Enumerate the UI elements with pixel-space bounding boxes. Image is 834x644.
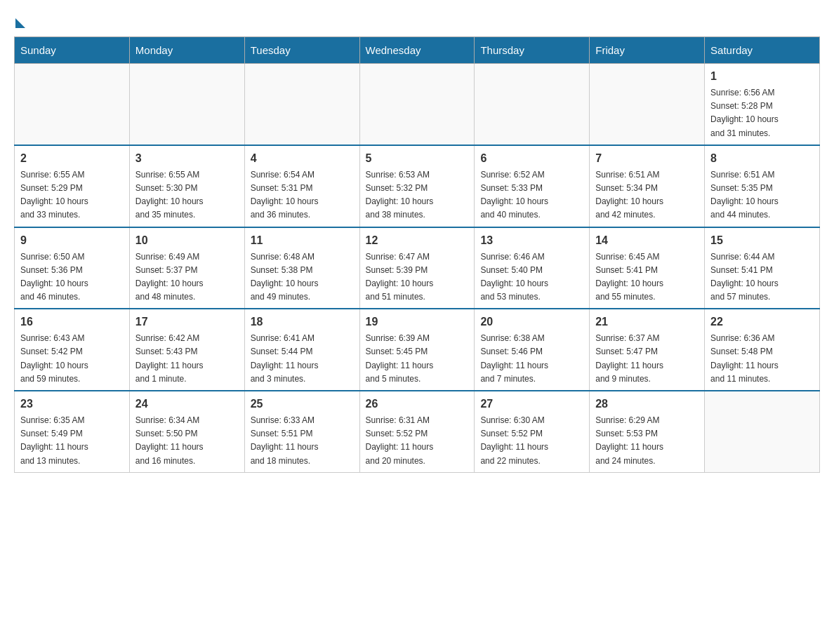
calendar-day-cell: 2Sunrise: 6:55 AM Sunset: 5:29 PM Daylig… [15,145,130,227]
calendar-day-cell: 20Sunrise: 6:38 AM Sunset: 5:46 PM Dayli… [475,309,590,391]
day-number: 23 [20,396,124,412]
day-number: 3 [135,150,239,167]
day-info: Sunrise: 6:29 AM Sunset: 5:53 PM Dayligh… [595,414,699,468]
calendar-day-cell: 21Sunrise: 6:37 AM Sunset: 5:47 PM Dayli… [590,309,705,391]
calendar-day-cell [244,64,359,145]
calendar-day-cell [705,391,820,472]
weekday-header-sunday: Sunday [15,37,130,64]
day-info: Sunrise: 6:35 AM Sunset: 5:49 PM Dayligh… [20,414,124,468]
day-info: Sunrise: 6:56 AM Sunset: 5:28 PM Dayligh… [710,86,814,140]
day-info: Sunrise: 6:41 AM Sunset: 5:44 PM Dayligh… [251,332,354,386]
logo [14,14,25,25]
day-number: 5 [366,150,469,167]
calendar-day-cell [590,64,705,145]
weekday-header-wednesday: Wednesday [359,37,475,64]
day-number: 10 [135,232,239,249]
weekday-header-monday: Monday [129,37,244,64]
day-number: 19 [366,314,469,330]
day-info: Sunrise: 6:51 AM Sunset: 5:34 PM Dayligh… [595,168,699,222]
day-info: Sunrise: 6:53 AM Sunset: 5:32 PM Dayligh… [366,168,469,222]
day-info: Sunrise: 6:38 AM Sunset: 5:46 PM Dayligh… [480,332,583,386]
day-info: Sunrise: 6:36 AM Sunset: 5:48 PM Dayligh… [710,332,814,386]
calendar-day-cell: 25Sunrise: 6:33 AM Sunset: 5:51 PM Dayli… [244,391,359,472]
day-info: Sunrise: 6:39 AM Sunset: 5:45 PM Dayligh… [366,332,469,386]
calendar-day-cell: 19Sunrise: 6:39 AM Sunset: 5:45 PM Dayli… [359,309,475,391]
day-number: 1 [710,68,814,85]
calendar-day-cell: 11Sunrise: 6:48 AM Sunset: 5:38 PM Dayli… [244,227,359,309]
day-info: Sunrise: 6:42 AM Sunset: 5:43 PM Dayligh… [135,332,239,386]
calendar-day-cell: 13Sunrise: 6:46 AM Sunset: 5:40 PM Dayli… [475,227,590,309]
day-info: Sunrise: 6:43 AM Sunset: 5:42 PM Dayligh… [20,332,124,386]
calendar-day-cell: 4Sunrise: 6:54 AM Sunset: 5:31 PM Daylig… [244,145,359,227]
day-info: Sunrise: 6:44 AM Sunset: 5:41 PM Dayligh… [710,250,814,304]
calendar-day-cell: 1Sunrise: 6:56 AM Sunset: 5:28 PM Daylig… [705,64,820,145]
calendar-day-cell [475,64,590,145]
calendar-day-cell: 18Sunrise: 6:41 AM Sunset: 5:44 PM Dayli… [244,309,359,391]
day-number: 15 [710,232,814,249]
day-number: 28 [595,396,699,412]
calendar-day-cell: 17Sunrise: 6:42 AM Sunset: 5:43 PM Dayli… [129,309,244,391]
calendar-day-cell: 12Sunrise: 6:47 AM Sunset: 5:39 PM Dayli… [359,227,475,309]
calendar-week-row: 23Sunrise: 6:35 AM Sunset: 5:49 PM Dayli… [15,391,820,472]
day-info: Sunrise: 6:48 AM Sunset: 5:38 PM Dayligh… [251,250,354,304]
calendar-week-row: 1Sunrise: 6:56 AM Sunset: 5:28 PM Daylig… [15,64,820,145]
calendar-day-cell: 5Sunrise: 6:53 AM Sunset: 5:32 PM Daylig… [359,145,475,227]
day-number: 8 [710,150,814,167]
day-info: Sunrise: 6:55 AM Sunset: 5:30 PM Dayligh… [135,168,239,222]
day-info: Sunrise: 6:47 AM Sunset: 5:39 PM Dayligh… [366,250,469,304]
page-header [14,14,820,25]
day-info: Sunrise: 6:51 AM Sunset: 5:35 PM Dayligh… [710,168,814,222]
calendar-day-cell: 28Sunrise: 6:29 AM Sunset: 5:53 PM Dayli… [590,391,705,472]
day-number: 27 [480,396,583,412]
day-info: Sunrise: 6:49 AM Sunset: 5:37 PM Dayligh… [135,250,239,304]
day-number: 17 [135,314,239,330]
day-info: Sunrise: 6:55 AM Sunset: 5:29 PM Dayligh… [20,168,124,222]
calendar-day-cell: 15Sunrise: 6:44 AM Sunset: 5:41 PM Dayli… [705,227,820,309]
calendar-day-cell [15,64,130,145]
weekday-header-tuesday: Tuesday [244,37,359,64]
day-number: 26 [366,396,469,412]
day-number: 18 [251,314,354,330]
day-number: 24 [135,396,239,412]
day-number: 25 [251,396,354,412]
calendar-table: SundayMondayTuesdayWednesdayThursdayFrid… [14,36,820,473]
calendar-week-row: 2Sunrise: 6:55 AM Sunset: 5:29 PM Daylig… [15,145,820,227]
day-number: 14 [595,232,699,249]
calendar-day-cell: 16Sunrise: 6:43 AM Sunset: 5:42 PM Dayli… [15,309,130,391]
calendar-day-cell: 7Sunrise: 6:51 AM Sunset: 5:34 PM Daylig… [590,145,705,227]
day-number: 11 [251,232,354,249]
day-info: Sunrise: 6:46 AM Sunset: 5:40 PM Dayligh… [480,250,583,304]
calendar-week-row: 16Sunrise: 6:43 AM Sunset: 5:42 PM Dayli… [15,309,820,391]
day-number: 16 [20,314,124,330]
day-info: Sunrise: 6:33 AM Sunset: 5:51 PM Dayligh… [251,414,354,468]
calendar-day-cell: 26Sunrise: 6:31 AM Sunset: 5:52 PM Dayli… [359,391,475,472]
day-number: 4 [251,150,354,167]
day-number: 21 [595,314,699,330]
calendar-day-cell [359,64,475,145]
day-number: 12 [366,232,469,249]
logo-arrow-icon [15,18,25,28]
day-info: Sunrise: 6:34 AM Sunset: 5:50 PM Dayligh… [135,414,239,468]
weekday-header-friday: Friday [590,37,705,64]
day-number: 7 [595,150,699,167]
day-info: Sunrise: 6:31 AM Sunset: 5:52 PM Dayligh… [366,414,469,468]
day-number: 9 [20,232,124,249]
weekday-header-saturday: Saturday [705,37,820,64]
day-info: Sunrise: 6:37 AM Sunset: 5:47 PM Dayligh… [595,332,699,386]
calendar-day-cell: 24Sunrise: 6:34 AM Sunset: 5:50 PM Dayli… [129,391,244,472]
day-info: Sunrise: 6:52 AM Sunset: 5:33 PM Dayligh… [480,168,583,222]
weekday-header-thursday: Thursday [475,37,590,64]
calendar-day-cell: 22Sunrise: 6:36 AM Sunset: 5:48 PM Dayli… [705,309,820,391]
day-number: 22 [710,314,814,330]
day-number: 2 [20,150,124,167]
day-number: 13 [480,232,583,249]
day-number: 6 [480,150,583,167]
calendar-day-cell: 10Sunrise: 6:49 AM Sunset: 5:37 PM Dayli… [129,227,244,309]
calendar-day-cell: 14Sunrise: 6:45 AM Sunset: 5:41 PM Dayli… [590,227,705,309]
calendar-day-cell: 8Sunrise: 6:51 AM Sunset: 5:35 PM Daylig… [705,145,820,227]
calendar-day-cell: 3Sunrise: 6:55 AM Sunset: 5:30 PM Daylig… [129,145,244,227]
weekday-header-row: SundayMondayTuesdayWednesdayThursdayFrid… [15,37,820,64]
calendar-day-cell: 23Sunrise: 6:35 AM Sunset: 5:49 PM Dayli… [15,391,130,472]
day-number: 20 [480,314,583,330]
day-info: Sunrise: 6:45 AM Sunset: 5:41 PM Dayligh… [595,250,699,304]
